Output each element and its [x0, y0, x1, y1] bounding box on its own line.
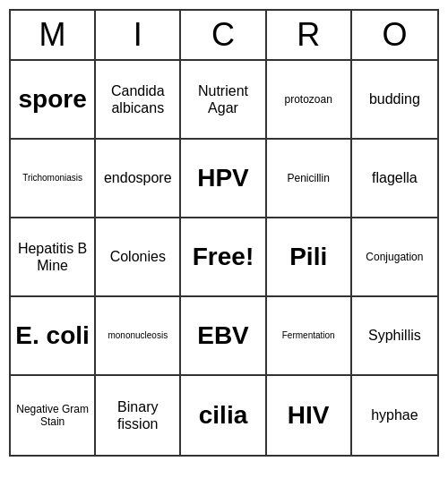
- bingo-cell-21[interactable]: Binary fission: [96, 376, 181, 455]
- bingo-grid: sporeCandida albicansNutrient Agarprotoz…: [11, 61, 437, 455]
- bingo-cell-4[interactable]: budding: [352, 61, 437, 140]
- cell-text-3: protozoan: [285, 93, 332, 106]
- cell-text-17: EBV: [197, 320, 249, 351]
- cell-text-1: Candida albicans: [99, 82, 176, 116]
- header-r: R: [267, 11, 352, 59]
- cell-text-0: spore: [18, 84, 86, 115]
- cell-text-21: Binary fission: [99, 398, 176, 432]
- bingo-cell-20[interactable]: Negative Gram Stain: [11, 376, 96, 455]
- bingo-card: M I C R O sporeCandida albicansNutrient …: [9, 9, 439, 457]
- bingo-cell-7[interactable]: HPV: [181, 140, 266, 218]
- bingo-cell-8[interactable]: Penicillin: [267, 140, 352, 218]
- bingo-cell-17[interactable]: EBV: [181, 297, 266, 376]
- bingo-cell-2[interactable]: Nutrient Agar: [181, 61, 266, 140]
- cell-text-11: Colonies: [110, 248, 166, 265]
- bingo-cell-22[interactable]: cilia: [181, 376, 266, 455]
- cell-text-6: endospore: [104, 169, 172, 186]
- header-o: O: [352, 11, 437, 59]
- bingo-cell-11[interactable]: Colonies: [96, 218, 181, 297]
- cell-text-13: Pili: [289, 242, 327, 272]
- cell-text-10: Hepatitis B Mine: [14, 240, 90, 274]
- bingo-cell-14[interactable]: Conjugation: [352, 218, 437, 297]
- cell-text-2: Nutrient Agar: [185, 82, 261, 116]
- cell-text-19: Syphillis: [368, 327, 421, 344]
- header-i: I: [96, 11, 181, 59]
- bingo-cell-10[interactable]: Hepatitis B Mine: [11, 218, 96, 297]
- cell-text-18: Fermentation: [282, 330, 335, 341]
- cell-text-8: Penicillin: [288, 172, 330, 184]
- header-c: C: [181, 11, 266, 59]
- header-row: M I C R O: [11, 11, 437, 61]
- bingo-cell-23[interactable]: HIV: [267, 376, 352, 455]
- bingo-cell-6[interactable]: endospore: [96, 140, 181, 218]
- bingo-cell-3[interactable]: protozoan: [267, 61, 352, 140]
- cell-text-5: Trichomoniasis: [22, 173, 82, 184]
- cell-text-16: mononucleosis: [108, 330, 168, 341]
- cell-text-24: hyphae: [371, 406, 418, 423]
- bingo-cell-1[interactable]: Candida albicans: [96, 61, 181, 140]
- bingo-cell-15[interactable]: E. coli: [11, 297, 96, 376]
- cell-text-15: E. coli: [15, 320, 89, 351]
- bingo-cell-13[interactable]: Pili: [267, 218, 352, 297]
- bingo-cell-18[interactable]: Fermentation: [267, 297, 352, 376]
- bingo-cell-9[interactable]: flagella: [352, 140, 437, 218]
- bingo-cell-16[interactable]: mononucleosis: [96, 297, 181, 376]
- cell-text-7: HPV: [197, 163, 249, 193]
- header-m: M: [11, 11, 96, 59]
- cell-text-22: cilia: [199, 400, 247, 431]
- bingo-cell-24[interactable]: hyphae: [352, 376, 437, 455]
- cell-text-14: Conjugation: [366, 251, 423, 263]
- bingo-cell-0[interactable]: spore: [11, 61, 96, 140]
- bingo-cell-12[interactable]: Free!: [181, 218, 266, 297]
- cell-text-4: budding: [369, 90, 420, 107]
- cell-text-9: flagella: [372, 169, 418, 186]
- cell-text-23: HIV: [288, 400, 330, 431]
- cell-text-12: Free!: [193, 242, 254, 272]
- cell-text-20: Negative Gram Stain: [14, 403, 90, 429]
- bingo-cell-5[interactable]: Trichomoniasis: [11, 140, 96, 218]
- bingo-cell-19[interactable]: Syphillis: [352, 297, 437, 376]
